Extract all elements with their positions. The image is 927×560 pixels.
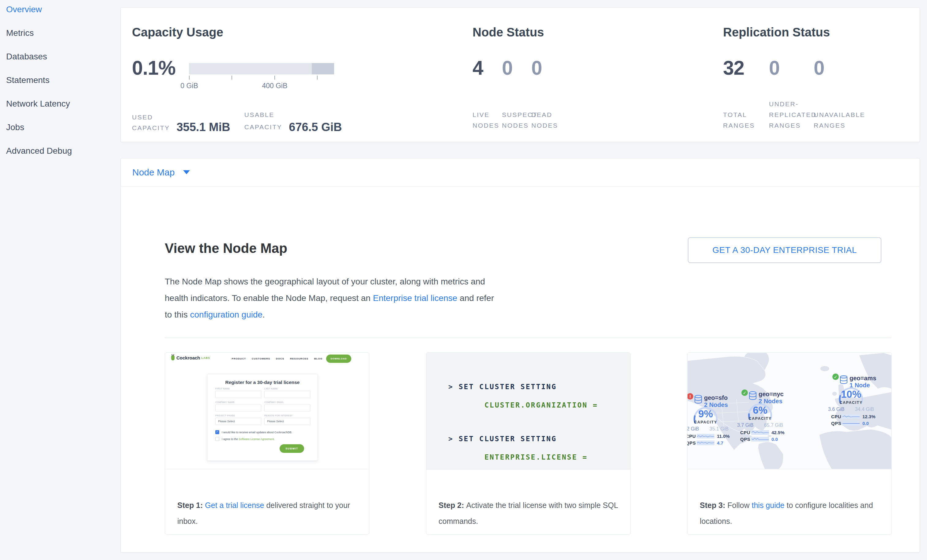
- node-map-dropdown[interactable]: Node Map: [132, 158, 190, 186]
- database-icon: [694, 395, 702, 404]
- capacity-label: CAPACITY: [687, 420, 729, 424]
- sidebar-item-network-latency[interactable]: Network Latency: [6, 98, 70, 109]
- cpu-sparkline: [842, 414, 860, 419]
- last-name-field: [264, 391, 310, 398]
- qps-label: QPS: [740, 437, 751, 442]
- nav-docs: DOCS: [276, 357, 284, 360]
- qps-value: 4.7: [717, 440, 723, 446]
- first-name-label: FIRST NAME: [215, 388, 261, 390]
- cpu-label: CPU: [687, 434, 697, 439]
- first-name-field: [215, 391, 261, 398]
- used-capacity-label: USED CAPACITY: [132, 112, 170, 133]
- sidebar-item-metrics[interactable]: Metrics: [6, 27, 34, 39]
- cpu-sparkline: [751, 430, 769, 435]
- under-replicated-ranges-label: UNDER-REPLICATEDRANGES: [769, 99, 816, 131]
- qps-sparkline: [751, 437, 769, 442]
- unavailable-ranges-value: 0: [814, 57, 824, 79]
- sql-cluster-organization: CLUSTER.ORGANIZATION =: [485, 401, 598, 409]
- section-divider: [165, 338, 891, 338]
- qps-sparkline: [697, 440, 714, 445]
- reason-label: REASON FOR INTEREST: [264, 414, 310, 417]
- gib-used: 3.6 GiB: [828, 407, 844, 412]
- nav-customers: CUSTOMERS: [252, 357, 270, 360]
- qps-label: QPS: [831, 421, 842, 426]
- capacity-percent: 10%: [828, 389, 874, 400]
- qps-value: 0.0: [862, 421, 869, 426]
- sidebar-item-statements[interactable]: Statements: [6, 74, 50, 86]
- capacity-bar-chart: 0 GiB 400 GiB: [189, 63, 334, 91]
- cockroach-bug-icon: [171, 355, 175, 360]
- gib-used: 3.7 GiB: [737, 422, 753, 428]
- used-capacity-value: 355.1 MiB: [176, 121, 230, 133]
- sidebar-item-databases[interactable]: Databases: [6, 51, 47, 62]
- live-nodes-value: 4: [473, 57, 483, 79]
- nav-product: PRODUCT: [232, 357, 246, 360]
- suspect-nodes-value: 0: [502, 57, 513, 79]
- sql-enterprise-license: ENTERPRISE.LICENSE =: [485, 453, 588, 461]
- cockroach-labs-site-thumbnail: Cockroach LABS PRODUCT CUSTOMERS DOCS RE…: [165, 353, 369, 469]
- company-name-field: [215, 404, 261, 411]
- capacity-label: CAPACITY: [828, 401, 874, 405]
- form-title: Register for a 30-day trial license: [207, 379, 318, 385]
- inline-link[interactable]: configuration guide: [190, 310, 263, 319]
- cpu-label: CPU: [740, 430, 751, 435]
- email-updates-checkbox: [215, 430, 219, 434]
- cluster-name: geo=nyc: [758, 391, 784, 398]
- step1-card: Cockroach LABS PRODUCT CUSTOMERS DOCS RE…: [165, 352, 369, 534]
- inline-link[interactable]: this guide: [752, 501, 784, 510]
- capacity-percent: 0.1%: [132, 57, 175, 79]
- live-nodes-label: LIVENODES: [473, 109, 499, 131]
- cluster-name: geo=ams: [849, 375, 876, 381]
- error-status-icon: !: [687, 393, 693, 399]
- sidebar: Overview Metrics Databases Statements Ne…: [0, 0, 120, 560]
- sidebar-item-advanced-debug[interactable]: Advanced Debug: [6, 145, 72, 157]
- node-map-panel: Node Map View the Node Map The Node Map …: [120, 158, 920, 552]
- dead-nodes-value: 0: [531, 57, 542, 79]
- qps-label: QPS: [687, 440, 697, 446]
- trial-license-form: Register for a 30-day trial license FIRS…: [207, 374, 318, 461]
- cpu-value: 12.3%: [862, 414, 875, 419]
- inline-link[interactable]: Get a trial license: [205, 501, 264, 510]
- node-status-section: Node Status 4 LIVENODES 0 SUSPECTNODES 0: [473, 8, 687, 142]
- database-icon: [749, 391, 757, 401]
- unavailable-ranges-label: UNAVAILABLERANGES: [814, 109, 865, 131]
- capacity-tick-label-0: 0 GiB: [180, 82, 198, 90]
- inline-link[interactable]: Enterprise trial license: [373, 293, 457, 303]
- node-map-dropdown-label: Node Map: [132, 167, 175, 178]
- capacity-percent: 9%: [687, 408, 729, 420]
- download-button: DOWNLOAD: [326, 355, 351, 363]
- email-updates-text: I would like to receive email updates ab…: [222, 431, 292, 434]
- db-console-overview-page: Overview Metrics Databases Statements Ne…: [0, 0, 927, 560]
- cpu-sparkline: [697, 434, 714, 439]
- step2-caption: Step 2: Activate the trial license with …: [426, 497, 630, 529]
- chevron-down-icon: [183, 170, 190, 174]
- dead-nodes-label: DEADNODES: [531, 109, 558, 131]
- sidebar-item-jobs[interactable]: Jobs: [6, 121, 24, 133]
- reason-select: Please Select: [264, 417, 310, 425]
- sidebar-item-overview[interactable]: Overview: [6, 4, 42, 15]
- step1-caption: Step 1: Get a trial license delivered st…: [165, 497, 369, 529]
- nav-blog: BLOG: [314, 357, 322, 360]
- site-nav: PRODUCT CUSTOMERS DOCS RESOURCES BLOG: [232, 357, 322, 360]
- cluster-summary-panel: Capacity Usage 0.1% 0 GiB 400 GiB: [120, 8, 920, 142]
- view-selector-row: Node Map: [121, 158, 919, 187]
- submit-button: SUBMIT: [280, 444, 304, 453]
- step3-card: ! geo=sfo 2 Nodes: [687, 352, 892, 534]
- page-title: View the Node Map: [165, 241, 287, 256]
- enterprise-trial-button[interactable]: GET A 30-DAY ENTERPRISE TRIAL: [688, 237, 881, 263]
- dead-nodes-stat: 0 DEADNODES: [531, 8, 561, 142]
- capacity-bar-reserved-segment: [312, 63, 334, 74]
- project-phase-select: Please Select: [215, 417, 261, 425]
- license-agreement-checkbox: [215, 437, 219, 441]
- usable-capacity-label: USABLE CAPACITY: [245, 109, 282, 133]
- capacity-bar-ticks: [189, 76, 334, 80]
- capacity-usage-title: Capacity Usage: [132, 26, 223, 39]
- total-ranges-stat: 32 TOTALRANGES: [723, 8, 769, 142]
- node-map-preview: ! geo=sfo 2 Nodes: [687, 353, 892, 469]
- company-email-field: [264, 404, 310, 411]
- step3-caption: Step 3: Follow this guide to configure l…: [687, 497, 892, 529]
- step2-illustration: > SET CLUSTER SETTING CLUSTER.ORGANIZATI…: [426, 353, 630, 469]
- under-replicated-ranges-stat: 0 UNDER-REPLICATEDRANGES: [769, 8, 814, 142]
- gib-total: 35.1 GiB: [710, 426, 729, 432]
- gib-total: 65.7 GiB: [764, 422, 783, 428]
